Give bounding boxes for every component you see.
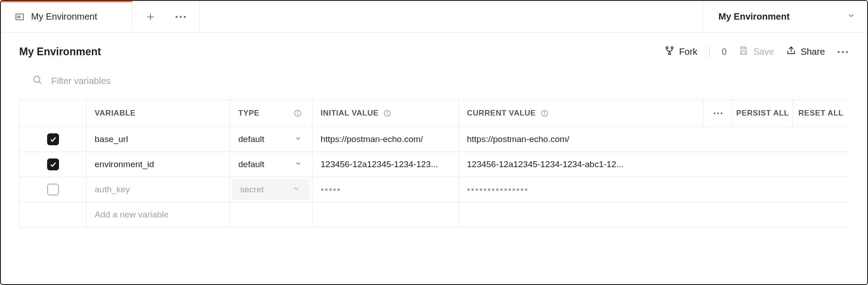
svg-point-14: [842, 51, 844, 53]
svg-rect-11: [742, 47, 745, 49]
col-initial-value: Initial Value: [312, 100, 459, 127]
share-icon: [786, 46, 796, 58]
table-row: environment_id default 123456-12a12345-1…: [20, 152, 849, 177]
chevron-down-icon: [295, 134, 302, 144]
info-icon[interactable]: [541, 109, 549, 117]
table-row: auth_key secret ••••• •••••••••••••••: [20, 177, 849, 202]
environment-selector[interactable]: My Environment: [702, 1, 867, 32]
type-value: default: [238, 134, 264, 144]
row-checkbox[interactable]: [47, 133, 59, 145]
initial-value-cell[interactable]: •••••: [312, 177, 459, 202]
chevron-down-icon: [847, 11, 855, 22]
col-checkbox: [20, 100, 86, 127]
persist-all-button[interactable]: Persist All: [733, 100, 793, 127]
add-variable-cell[interactable]: Add a new variable: [86, 202, 230, 227]
chevron-down-icon: [293, 185, 300, 195]
current-value-cell[interactable]: 123456-12a12345-1234-1234-abc1-12...: [459, 152, 849, 177]
svg-rect-0: [16, 14, 24, 20]
variable-name-cell[interactable]: auth_key: [86, 177, 230, 202]
reset-all-button[interactable]: Reset All: [793, 100, 849, 127]
svg-rect-12: [742, 51, 745, 54]
more-actions-button[interactable]: [837, 50, 849, 54]
fork-count: 0: [722, 47, 727, 57]
col-variable-label: Variable: [95, 109, 136, 118]
col-type-label: Type: [238, 109, 259, 118]
tab-actions: [133, 1, 200, 32]
fork-button[interactable]: Fork: [664, 46, 697, 58]
page-title: My Environment: [19, 46, 101, 58]
table-row: base_url default https://postman-echo.co…: [20, 127, 849, 152]
tab-label: My Environment: [31, 11, 97, 22]
svg-line-17: [39, 81, 41, 84]
environment-icon: [15, 12, 25, 22]
chevron-down-icon: [295, 159, 302, 169]
svg-point-15: [846, 51, 848, 53]
divider: [709, 46, 710, 58]
initial-value-cell[interactable]: https://postman-echo.com/: [312, 127, 459, 152]
row-checkbox[interactable]: [47, 184, 59, 195]
svg-point-26: [544, 111, 545, 112]
col-variable: Variable: [86, 100, 230, 127]
svg-point-23: [387, 111, 387, 112]
tab-bar: My Environment My Environment: [1, 1, 867, 33]
svg-rect-1: [17, 16, 20, 18]
share-label: Share: [801, 47, 825, 57]
current-value-cell[interactable]: https://postman-echo.com/: [459, 127, 849, 152]
reset-all-label: Reset All: [798, 109, 843, 118]
share-button[interactable]: Share: [786, 46, 825, 58]
col-more-button[interactable]: [703, 100, 733, 127]
persist-all-label: Persist All: [736, 109, 789, 118]
col-initial-value-label: Initial Value: [321, 109, 379, 118]
environment-selector-label: My Environment: [718, 11, 790, 22]
table-header-row: Variable Type Initial Value Current Valu…: [20, 100, 849, 127]
search-icon: [32, 74, 43, 87]
initial-value-cell[interactable]: 123456-12a12345-1234-123...: [312, 152, 459, 177]
variables-table: Variable Type Initial Value Current Valu…: [19, 99, 849, 227]
svg-point-4: [176, 16, 177, 17]
info-icon[interactable]: [383, 109, 391, 117]
header-actions: Fork 0 Save: [664, 46, 849, 58]
svg-point-29: [720, 112, 722, 114]
info-icon[interactable]: [294, 109, 302, 117]
table-row-new: Add a new variable: [20, 202, 849, 227]
type-select[interactable]: default: [238, 159, 302, 169]
col-current-value-label: Current Value: [467, 109, 536, 118]
svg-point-5: [180, 16, 182, 17]
filter-variables-input[interactable]: [51, 76, 234, 86]
save-button[interactable]: Save: [739, 46, 774, 58]
save-icon: [739, 46, 749, 58]
variable-name-cell[interactable]: base_url: [86, 127, 230, 152]
variable-name-cell[interactable]: environment_id: [86, 152, 230, 177]
row-checkbox[interactable]: [47, 158, 59, 170]
svg-point-27: [713, 112, 715, 114]
svg-point-20: [297, 111, 298, 112]
col-current-value: Current Value: [459, 100, 703, 127]
type-select[interactable]: secret: [232, 179, 310, 200]
tab-overflow-button[interactable]: [175, 15, 187, 19]
svg-point-28: [717, 112, 719, 114]
type-select[interactable]: default: [238, 134, 302, 144]
current-value-cell[interactable]: •••••••••••••••: [459, 177, 849, 202]
tab-my-environment[interactable]: My Environment: [1, 1, 133, 32]
active-tab-indicator: [1, 1, 132, 2]
fork-label: Fork: [679, 47, 697, 57]
type-value: default: [238, 159, 264, 169]
svg-point-9: [669, 53, 670, 54]
col-type: Type: [230, 100, 312, 127]
new-tab-button[interactable]: [145, 12, 155, 22]
type-value: secret: [240, 185, 264, 195]
fork-icon: [664, 46, 675, 58]
svg-point-7: [666, 47, 668, 48]
svg-point-8: [671, 47, 673, 48]
save-label: Save: [753, 47, 774, 57]
svg-point-13: [838, 51, 840, 53]
svg-point-6: [184, 16, 186, 17]
